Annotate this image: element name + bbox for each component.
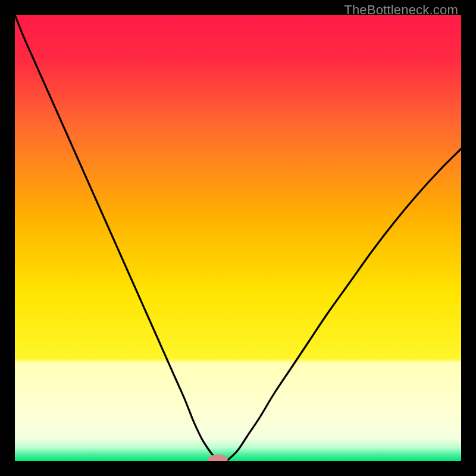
chart-frame xyxy=(15,15,461,461)
gradient-background xyxy=(15,15,461,461)
watermark-text: TheBottleneck.com xyxy=(344,2,458,18)
bottleneck-chart xyxy=(15,15,461,461)
